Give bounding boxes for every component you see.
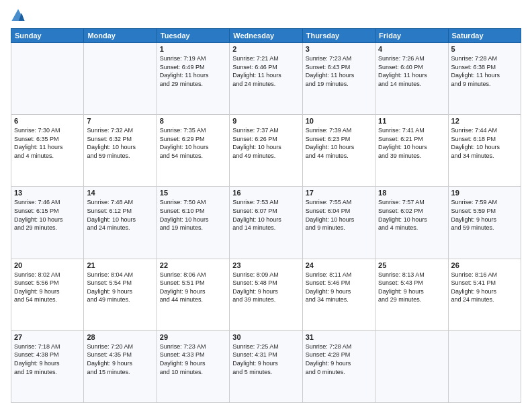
calendar-cell: 30Sunrise: 7:25 AM Sunset: 4:31 PM Dayli… (230, 330, 302, 402)
cell-info: Sunrise: 7:25 AM Sunset: 4:31 PM Dayligh… (232, 342, 299, 376)
day-number: 31 (306, 333, 372, 341)
day-number: 15 (160, 189, 226, 197)
day-number: 23 (232, 261, 299, 269)
calendar-cell: 4Sunrise: 7:26 AM Sunset: 6:40 PM Daylig… (375, 43, 448, 115)
calendar-cell: 23Sunrise: 8:09 AM Sunset: 5:48 PM Dayli… (230, 259, 302, 330)
cell-info: Sunrise: 8:02 AM Sunset: 5:56 PM Dayligh… (14, 271, 81, 304)
calendar-cell: 31Sunrise: 7:28 AM Sunset: 4:28 PM Dayli… (302, 330, 375, 402)
day-number: 10 (306, 117, 372, 125)
calendar-cell: 3Sunrise: 7:23 AM Sunset: 6:43 PM Daylig… (302, 43, 375, 115)
day-number: 19 (451, 189, 518, 197)
cell-info: Sunrise: 7:23 AM Sunset: 4:33 PM Dayligh… (160, 342, 226, 376)
day-number: 27 (14, 333, 81, 341)
cell-info: Sunrise: 7:44 AM Sunset: 6:18 PM Dayligh… (451, 126, 518, 160)
day-number: 17 (306, 189, 372, 197)
cell-info: Sunrise: 8:06 AM Sunset: 5:51 PM Dayligh… (160, 271, 226, 304)
cell-info: Sunrise: 7:20 AM Sunset: 4:35 PM Dayligh… (87, 342, 153, 376)
cell-info: Sunrise: 7:28 AM Sunset: 4:28 PM Dayligh… (306, 342, 372, 376)
calendar-cell: 12Sunrise: 7:44 AM Sunset: 6:18 PM Dayli… (448, 115, 521, 187)
cell-info: Sunrise: 7:35 AM Sunset: 6:29 PM Dayligh… (160, 126, 226, 160)
calendar-cell: 2Sunrise: 7:21 AM Sunset: 6:46 PM Daylig… (230, 43, 302, 115)
cell-info: Sunrise: 8:09 AM Sunset: 5:48 PM Dayligh… (232, 271, 299, 304)
calendar-cell: 8Sunrise: 7:35 AM Sunset: 6:29 PM Daylig… (157, 115, 229, 187)
day-number: 3 (306, 45, 372, 53)
cell-info: Sunrise: 7:21 AM Sunset: 6:46 PM Dayligh… (232, 54, 299, 88)
day-number: 2 (232, 45, 299, 53)
weekday-header: Monday (84, 29, 157, 43)
cell-info: Sunrise: 7:50 AM Sunset: 6:10 PM Dayligh… (160, 198, 226, 232)
cell-info: Sunrise: 7:39 AM Sunset: 6:23 PM Dayligh… (306, 126, 372, 160)
cell-info: Sunrise: 8:16 AM Sunset: 5:41 PM Dayligh… (451, 271, 518, 304)
weekday-header: Tuesday (157, 29, 229, 43)
day-number: 16 (232, 189, 299, 197)
calendar-cell (448, 330, 521, 402)
calendar-cell: 26Sunrise: 8:16 AM Sunset: 5:41 PM Dayli… (448, 259, 521, 330)
cell-info: Sunrise: 7:53 AM Sunset: 6:07 PM Dayligh… (232, 198, 299, 232)
logo (11, 8, 28, 23)
cell-info: Sunrise: 7:57 AM Sunset: 6:02 PM Dayligh… (378, 198, 445, 232)
calendar-cell: 5Sunrise: 7:28 AM Sunset: 6:38 PM Daylig… (448, 43, 521, 115)
day-number: 20 (14, 261, 81, 269)
calendar-cell: 6Sunrise: 7:30 AM Sunset: 6:35 PM Daylig… (11, 115, 84, 187)
day-number: 28 (87, 333, 153, 341)
cell-info: Sunrise: 7:23 AM Sunset: 6:43 PM Dayligh… (306, 54, 372, 88)
day-number: 7 (87, 117, 153, 125)
day-number: 6 (14, 117, 81, 125)
day-number: 5 (451, 45, 518, 53)
day-number: 12 (451, 117, 518, 125)
cell-info: Sunrise: 7:41 AM Sunset: 6:21 PM Dayligh… (378, 126, 445, 160)
calendar-cell (375, 330, 448, 402)
calendar-cell: 20Sunrise: 8:02 AM Sunset: 5:56 PM Dayli… (11, 259, 84, 330)
calendar-cell: 24Sunrise: 8:11 AM Sunset: 5:46 PM Dayli… (302, 259, 375, 330)
weekday-header: Friday (375, 29, 448, 43)
day-number: 21 (87, 261, 153, 269)
calendar-cell: 7Sunrise: 7:32 AM Sunset: 6:32 PM Daylig… (84, 115, 157, 187)
calendar-cell: 29Sunrise: 7:23 AM Sunset: 4:33 PM Dayli… (157, 330, 229, 402)
cell-info: Sunrise: 7:59 AM Sunset: 5:59 PM Dayligh… (451, 198, 518, 232)
cell-info: Sunrise: 8:04 AM Sunset: 5:54 PM Dayligh… (87, 271, 153, 304)
calendar-cell (84, 43, 157, 115)
weekday-header: Saturday (448, 29, 521, 43)
cell-info: Sunrise: 7:37 AM Sunset: 6:26 PM Dayligh… (232, 126, 299, 160)
header (11, 8, 521, 23)
cell-info: Sunrise: 7:30 AM Sunset: 6:35 PM Dayligh… (14, 126, 81, 160)
weekday-header: Wednesday (230, 29, 302, 43)
calendar-table: SundayMondayTuesdayWednesdayThursdayFrid… (11, 28, 521, 403)
cell-info: Sunrise: 7:19 AM Sunset: 6:49 PM Dayligh… (160, 54, 226, 88)
day-number: 24 (306, 261, 372, 269)
day-number: 22 (160, 261, 226, 269)
calendar-cell: 21Sunrise: 8:04 AM Sunset: 5:54 PM Dayli… (84, 259, 157, 330)
page: SundayMondayTuesdayWednesdayThursdayFrid… (0, 0, 532, 411)
calendar-cell: 22Sunrise: 8:06 AM Sunset: 5:51 PM Dayli… (157, 259, 229, 330)
calendar-cell: 28Sunrise: 7:20 AM Sunset: 4:35 PM Dayli… (84, 330, 157, 402)
calendar-cell: 25Sunrise: 8:13 AM Sunset: 5:43 PM Dayli… (375, 259, 448, 330)
calendar-week-row: 1Sunrise: 7:19 AM Sunset: 6:49 PM Daylig… (11, 43, 521, 115)
calendar-week-row: 6Sunrise: 7:30 AM Sunset: 6:35 PM Daylig… (11, 115, 521, 187)
day-number: 11 (378, 117, 445, 125)
cell-info: Sunrise: 8:13 AM Sunset: 5:43 PM Dayligh… (378, 271, 445, 304)
cell-info: Sunrise: 8:11 AM Sunset: 5:46 PM Dayligh… (306, 271, 372, 304)
cell-info: Sunrise: 7:48 AM Sunset: 6:12 PM Dayligh… (87, 198, 153, 232)
day-number: 26 (451, 261, 518, 269)
day-number: 14 (87, 189, 153, 197)
cell-info: Sunrise: 7:55 AM Sunset: 6:04 PM Dayligh… (306, 198, 372, 232)
cell-info: Sunrise: 7:28 AM Sunset: 6:38 PM Dayligh… (451, 54, 518, 88)
calendar-cell: 16Sunrise: 7:53 AM Sunset: 6:07 PM Dayli… (230, 187, 302, 259)
day-number: 1 (160, 45, 226, 53)
calendar-cell: 17Sunrise: 7:55 AM Sunset: 6:04 PM Dayli… (302, 187, 375, 259)
calendar-week-row: 27Sunrise: 7:18 AM Sunset: 4:38 PM Dayli… (11, 330, 521, 402)
calendar-cell: 10Sunrise: 7:39 AM Sunset: 6:23 PM Dayli… (302, 115, 375, 187)
calendar-cell (11, 43, 84, 115)
weekday-header: Sunday (11, 29, 84, 43)
day-number: 4 (378, 45, 445, 53)
day-number: 29 (160, 333, 226, 341)
calendar-cell: 14Sunrise: 7:48 AM Sunset: 6:12 PM Dayli… (84, 187, 157, 259)
day-number: 30 (232, 333, 299, 341)
calendar-week-row: 20Sunrise: 8:02 AM Sunset: 5:56 PM Dayli… (11, 259, 521, 330)
calendar-cell: 9Sunrise: 7:37 AM Sunset: 6:26 PM Daylig… (230, 115, 302, 187)
weekday-header: Thursday (302, 29, 375, 43)
calendar-week-row: 13Sunrise: 7:46 AM Sunset: 6:15 PM Dayli… (11, 187, 521, 259)
logo-icon (11, 8, 26, 23)
cell-info: Sunrise: 7:26 AM Sunset: 6:40 PM Dayligh… (378, 54, 445, 88)
day-number: 9 (232, 117, 299, 125)
